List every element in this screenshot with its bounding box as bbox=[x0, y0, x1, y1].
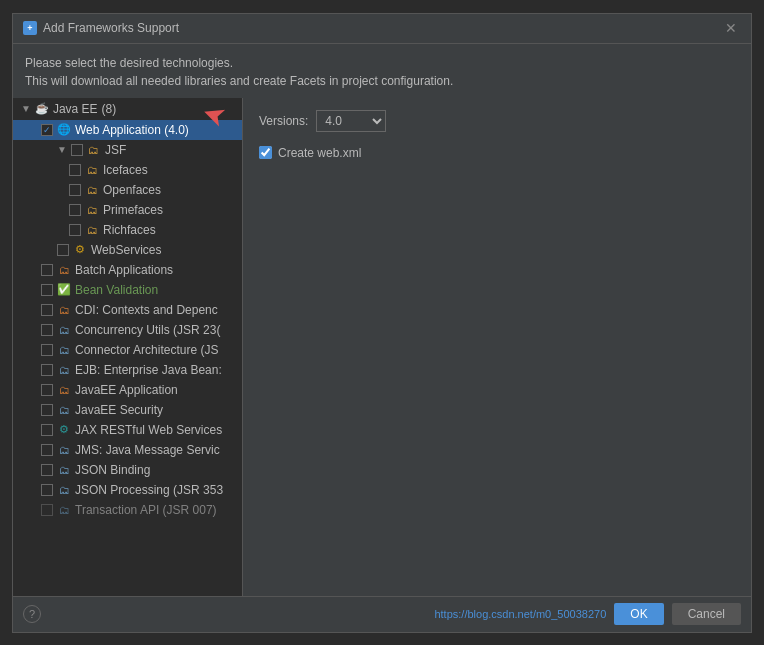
checkbox-concurrency[interactable] bbox=[41, 324, 53, 336]
bean-validation-icon: ✅ bbox=[57, 283, 71, 297]
item-label-json-binding: JSON Binding bbox=[75, 463, 150, 477]
tree-item-transaction[interactable]: 🗂 Transaction API (JSR 007) bbox=[13, 500, 242, 520]
openfaces-icon: 🗂 bbox=[85, 183, 99, 197]
versions-label: Versions: bbox=[259, 114, 308, 128]
checkbox-cdi[interactable] bbox=[41, 304, 53, 316]
cancel-button[interactable]: Cancel bbox=[672, 603, 741, 625]
versions-select[interactable]: 4.0 3.1 3.0 2.5 bbox=[316, 110, 386, 132]
status-url: https://blog.csdn.net/m0_50038270 bbox=[434, 608, 606, 620]
checkbox-javaee-app[interactable] bbox=[41, 384, 53, 396]
chevron-icon: ▼ bbox=[21, 103, 31, 114]
transaction-icon: 🗂 bbox=[57, 503, 71, 517]
item-label-web-app: Web Application (4.0) bbox=[75, 123, 189, 137]
checkbox-jms[interactable] bbox=[41, 444, 53, 456]
tree-item-connector[interactable]: 🗂 Connector Architecture (JS bbox=[13, 340, 242, 360]
primefaces-icon: 🗂 bbox=[85, 203, 99, 217]
dialog-icon: + bbox=[23, 21, 37, 35]
checkbox-jsf[interactable] bbox=[71, 144, 83, 156]
checkbox-javaee-security[interactable] bbox=[41, 404, 53, 416]
checkbox-icefaces[interactable] bbox=[69, 164, 81, 176]
right-panel: Versions: 4.0 3.1 3.0 2.5 Create web.xml bbox=[243, 98, 751, 596]
jms-icon: 🗂 bbox=[57, 443, 71, 457]
group-label: Java EE bbox=[53, 102, 98, 116]
item-label-bean-validation: Bean Validation bbox=[75, 283, 158, 297]
item-label-json-processing: JSON Processing (JSR 353 bbox=[75, 483, 223, 497]
tree-item-openfaces[interactable]: 🗂 Openfaces bbox=[13, 180, 242, 200]
chevron-jsf: ▼ bbox=[57, 144, 67, 155]
tree-item-json-processing[interactable]: 🗂 JSON Processing (JSR 353 bbox=[13, 480, 242, 500]
tree-item-webservices[interactable]: ⚙ WebServices bbox=[13, 240, 242, 260]
dialog-body: Please select the desired technologies. … bbox=[13, 44, 751, 596]
checkbox-jax-rest[interactable] bbox=[41, 424, 53, 436]
help-button[interactable]: ? bbox=[23, 605, 41, 623]
item-label-jms: JMS: Java Message Servic bbox=[75, 443, 220, 457]
description-line2: This will download all needed libraries … bbox=[25, 72, 739, 90]
tree-item-icefaces[interactable]: 🗂 Icefaces bbox=[13, 160, 242, 180]
javaee-security-icon: 🗂 bbox=[57, 403, 71, 417]
versions-row: Versions: 4.0 3.1 3.0 2.5 bbox=[259, 110, 735, 132]
title-bar-left: + Add Frameworks Support bbox=[23, 21, 179, 35]
java-ee-group-header[interactable]: ▼ ☕ Java EE (8) bbox=[13, 98, 242, 120]
item-label-connector: Connector Architecture (JS bbox=[75, 343, 218, 357]
item-label-webservices: WebServices bbox=[91, 243, 161, 257]
tree-item-concurrency[interactable]: 🗂 Concurrency Utils (JSR 23( bbox=[13, 320, 242, 340]
javaee-app-icon: 🗂 bbox=[57, 383, 71, 397]
close-button[interactable]: ✕ bbox=[721, 19, 741, 37]
bottom-right: https://blog.csdn.net/m0_50038270 OK Can… bbox=[434, 603, 741, 625]
tree-item-primefaces[interactable]: 🗂 Primefaces bbox=[13, 200, 242, 220]
ok-button[interactable]: OK bbox=[614, 603, 663, 625]
checkbox-web-app[interactable]: ✓ bbox=[41, 124, 53, 136]
left-panel: ▼ ☕ Java EE (8) ✓ 🌐 Web Application (4.0… bbox=[13, 98, 243, 596]
ejb-icon: 🗂 bbox=[57, 363, 71, 377]
checkbox-richfaces[interactable] bbox=[69, 224, 81, 236]
web-icon: 🌐 bbox=[57, 123, 71, 137]
add-frameworks-dialog: + Add Frameworks Support ✕ Please select… bbox=[12, 13, 752, 633]
title-bar: + Add Frameworks Support ✕ bbox=[13, 14, 751, 44]
tree-item-jsf[interactable]: ▼ 🗂 JSF bbox=[13, 140, 242, 160]
jax-rest-icon: ⚙ bbox=[57, 423, 71, 437]
batch-icon: 🗂 bbox=[57, 263, 71, 277]
webservices-icon: ⚙ bbox=[73, 243, 87, 257]
checkbox-connector[interactable] bbox=[41, 344, 53, 356]
create-xml-label: Create web.xml bbox=[278, 146, 361, 160]
checkbox-primefaces[interactable] bbox=[69, 204, 81, 216]
checkbox-json-processing[interactable] bbox=[41, 484, 53, 496]
checkbox-ejb[interactable] bbox=[41, 364, 53, 376]
item-label-primefaces: Primefaces bbox=[103, 203, 163, 217]
tree-item-bean-validation[interactable]: ✅ Bean Validation bbox=[13, 280, 242, 300]
create-xml-row: Create web.xml bbox=[259, 146, 735, 160]
icefaces-icon: 🗂 bbox=[85, 163, 99, 177]
bottom-bar: ? https://blog.csdn.net/m0_50038270 OK C… bbox=[13, 596, 751, 632]
json-processing-icon: 🗂 bbox=[57, 483, 71, 497]
checkbox-transaction[interactable] bbox=[41, 504, 53, 516]
checkbox-bean-validation[interactable] bbox=[41, 284, 53, 296]
checkbox-webservices[interactable] bbox=[57, 244, 69, 256]
tree-item-ejb[interactable]: 🗂 EJB: Enterprise Java Bean: bbox=[13, 360, 242, 380]
description-line1: Please select the desired technologies. bbox=[25, 54, 739, 72]
item-label-icefaces: Icefaces bbox=[103, 163, 148, 177]
jsf-icon: 🗂 bbox=[87, 143, 101, 157]
checkbox-openfaces[interactable] bbox=[69, 184, 81, 196]
checkbox-batch[interactable] bbox=[41, 264, 53, 276]
tree-item-javaee-app[interactable]: 🗂 JavaEE Application bbox=[13, 380, 242, 400]
checkbox-json-binding[interactable] bbox=[41, 464, 53, 476]
bottom-left: ? bbox=[23, 605, 41, 623]
item-label-cdi: CDI: Contexts and Depenc bbox=[75, 303, 218, 317]
concurrency-icon: 🗂 bbox=[57, 323, 71, 337]
item-label-javaee-security: JavaEE Security bbox=[75, 403, 163, 417]
item-label-jsf: JSF bbox=[105, 143, 126, 157]
item-label-transaction: Transaction API (JSR 007) bbox=[75, 503, 217, 517]
tree-item-json-binding[interactable]: 🗂 JSON Binding bbox=[13, 460, 242, 480]
item-label-jax-rest: JAX RESTful Web Services bbox=[75, 423, 222, 437]
tree-item-batch[interactable]: 🗂 Batch Applications bbox=[13, 260, 242, 280]
tree-item-javaee-security[interactable]: 🗂 JavaEE Security bbox=[13, 400, 242, 420]
tree-item-jms[interactable]: 🗂 JMS: Java Message Servic bbox=[13, 440, 242, 460]
tree-item-web-app[interactable]: ✓ 🌐 Web Application (4.0) bbox=[13, 120, 242, 140]
dialog-title: Add Frameworks Support bbox=[43, 21, 179, 35]
tree-item-cdi[interactable]: 🗂 CDI: Contexts and Depenc bbox=[13, 300, 242, 320]
connector-icon: 🗂 bbox=[57, 343, 71, 357]
tree-item-richfaces[interactable]: 🗂 Richfaces bbox=[13, 220, 242, 240]
content-area: ▼ ☕ Java EE (8) ✓ 🌐 Web Application (4.0… bbox=[13, 98, 751, 596]
create-xml-checkbox[interactable] bbox=[259, 146, 272, 159]
tree-item-jax-rest[interactable]: ⚙ JAX RESTful Web Services bbox=[13, 420, 242, 440]
